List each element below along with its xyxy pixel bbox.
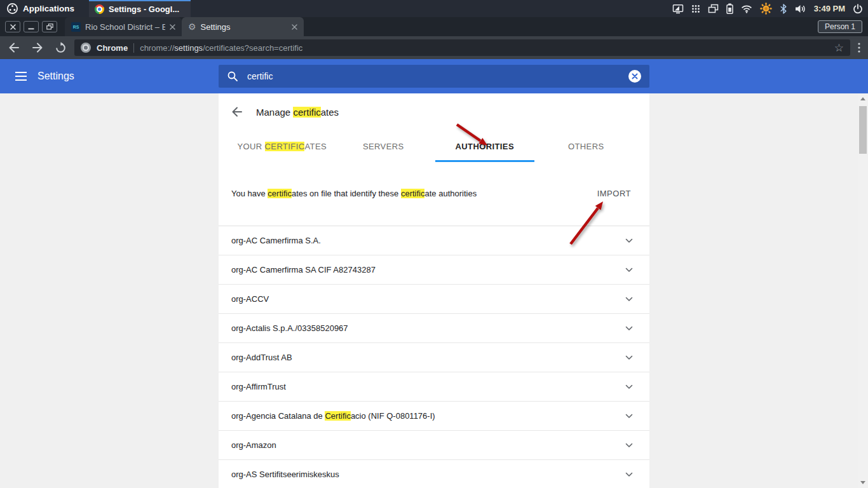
certificate-row[interactable]: org-Agencia Catalana de Certificacio (NI… — [219, 402, 649, 431]
certificate-name: org-Agencia Catalana de Certificacio (NI… — [231, 411, 435, 421]
certificates-card: Manage certificates YOUR CERTIFICATES SE… — [219, 93, 649, 488]
certificate-row[interactable]: org-AS Sertifitseerimiskeskus — [219, 460, 649, 488]
redshift-sun-icon[interactable] — [760, 3, 772, 15]
tab-rio-label: Rio School District – E — [85, 22, 165, 32]
back-arrow-icon[interactable] — [231, 106, 243, 118]
tab-close-icon[interactable] — [292, 24, 297, 30]
tab-authorities[interactable]: AUTHORITIES — [434, 130, 536, 162]
search-icon — [227, 71, 238, 82]
scrollbar-down-arrow-icon[interactable] — [860, 481, 865, 484]
certificate-name: org-ACCV — [231, 294, 269, 304]
settings-search-box[interactable] — [219, 65, 649, 88]
settings-title: Settings — [37, 71, 74, 82]
import-button[interactable]: IMPORT — [597, 189, 631, 198]
chevron-down-icon[interactable] — [625, 414, 633, 419]
certificate-list: org-AC Camerfirma S.A. org-AC Camerfirma… — [219, 226, 649, 488]
back-icon[interactable] — [8, 41, 20, 54]
certificate-name: org-AS Sertifitseerimiskeskus — [231, 470, 339, 479]
chevron-down-icon[interactable] — [625, 472, 633, 477]
scrollbar-thumb[interactable] — [859, 106, 867, 154]
chevron-down-icon[interactable] — [625, 443, 633, 448]
taskbar-window-button[interactable]: Settings - Googl... — [89, 0, 191, 17]
authorities-description: You have certificates on file that ident… — [231, 189, 477, 198]
certificate-row[interactable]: org-AddTrust AB — [219, 343, 649, 372]
settings-gear-icon — [188, 22, 196, 31]
chevron-down-icon[interactable] — [625, 238, 633, 243]
search-highlight: certific — [401, 189, 425, 198]
tab-your-certificates[interactable]: YOUR CERTIFICATES — [231, 130, 333, 162]
volume-icon[interactable] — [795, 4, 806, 13]
reload-icon[interactable] — [55, 42, 67, 54]
certificate-name: org-AddTrust AB — [231, 353, 292, 362]
certificate-row[interactable]: org-AC Camerfirma S.A. — [219, 226, 649, 255]
window-minimize-button[interactable] — [24, 21, 39, 32]
display-icon[interactable] — [672, 4, 684, 14]
chevron-down-icon[interactable] — [625, 297, 633, 302]
wifi-icon[interactable] — [741, 4, 752, 13]
rio-favicon: RS — [71, 22, 81, 32]
certificate-row[interactable]: org-ACCV — [219, 285, 649, 314]
scrollbar[interactable] — [858, 93, 868, 488]
clear-search-button[interactable] — [628, 70, 641, 83]
applications-icon — [6, 3, 18, 15]
scrollbar-up-arrow-icon[interactable] — [860, 97, 865, 100]
bookmark-star-icon[interactable] — [834, 43, 844, 53]
certificate-row[interactable]: org-AC Camerfirma SA CIF A82743287 — [219, 255, 649, 285]
forward-icon[interactable] — [31, 41, 44, 54]
settings-content: Manage certificates YOUR CERTIFICATES SE… — [0, 93, 868, 488]
url-host: settings — [174, 43, 203, 53]
certificate-name: org-AC Camerfirma SA CIF A82743287 — [231, 265, 376, 274]
clear-x-icon — [632, 73, 638, 79]
screen: Applications Settings - Googl... — [0, 0, 868, 488]
hamburger-menu-icon[interactable] — [15, 72, 27, 81]
url-scheme: chrome:// — [140, 43, 174, 53]
search-input[interactable] — [247, 71, 620, 81]
url-rest: /certificates?search=certific — [203, 43, 302, 53]
url-text: chrome://settings/certificates?search=ce… — [140, 43, 302, 53]
tab-strip: RS Rio School District – E Settings Pers… — [0, 17, 868, 36]
search-highlight: CERTIFIC — [265, 142, 305, 151]
certificate-tabs: YOUR CERTIFICATES SERVERS AUTHORITIES OT… — [231, 130, 637, 162]
address-bar[interactable]: Chrome chrome://settings/certificates?se… — [74, 39, 850, 56]
chevron-down-icon[interactable] — [625, 326, 633, 331]
chevron-down-icon[interactable] — [625, 268, 633, 273]
browser-menu-icon[interactable] — [858, 43, 860, 53]
chevron-down-icon[interactable] — [625, 384, 633, 390]
window-close-button[interactable] — [5, 21, 20, 32]
profile-button[interactable]: Person 1 — [818, 20, 862, 33]
certificate-name: org-Actalis S.p.A./03358520967 — [231, 323, 348, 333]
chevron-down-icon[interactable] — [625, 355, 633, 360]
origin-label: Chrome — [97, 43, 128, 53]
tab-servers[interactable]: SERVERS — [333, 130, 435, 162]
system-panel: Applications Settings - Googl... — [0, 0, 868, 17]
tab-settings-label: Settings — [201, 22, 287, 32]
workspaces-icon[interactable] — [708, 4, 719, 13]
chrome-icon — [95, 4, 104, 14]
certificate-row[interactable]: org-Actalis S.p.A./03358520967 — [219, 314, 649, 343]
page-title: Manage certificates — [256, 107, 339, 118]
browser-toolbar: Chrome chrome://settings/certificates?se… — [0, 36, 868, 59]
omnibox-divider — [133, 43, 134, 53]
certificate-row[interactable]: org-AffirmTrust — [219, 372, 649, 402]
tab-rio-school-district[interactable]: RS Rio School District – E — [65, 17, 182, 36]
settings-header: Settings — [0, 59, 868, 93]
tab-settings[interactable]: Settings — [182, 17, 304, 36]
bluetooth-icon[interactable] — [780, 4, 787, 14]
taskbar-window-label: Settings - Googl... — [109, 4, 179, 14]
certificate-row[interactable]: org-Amazon — [219, 431, 649, 460]
applications-menu[interactable]: Applications — [0, 0, 81, 17]
app-grid-icon[interactable] — [691, 4, 700, 13]
chrome-page-icon — [81, 43, 91, 53]
battery-icon[interactable] — [726, 3, 733, 14]
panel-clock[interactable]: 3:49 PM — [814, 4, 845, 13]
description-row: You have certificates on file that ident… — [219, 162, 649, 226]
tab-others[interactable]: OTHERS — [536, 130, 637, 162]
window-controls — [5, 21, 57, 32]
nav-buttons — [8, 41, 67, 54]
tab-close-icon[interactable] — [170, 24, 175, 30]
search-highlight: certific — [268, 189, 292, 198]
certificate-name: org-AffirmTrust — [231, 382, 286, 391]
certificate-name: org-AC Camerfirma S.A. — [231, 236, 321, 245]
session-power-icon[interactable] — [853, 4, 863, 14]
window-maximize-button[interactable] — [42, 21, 57, 32]
